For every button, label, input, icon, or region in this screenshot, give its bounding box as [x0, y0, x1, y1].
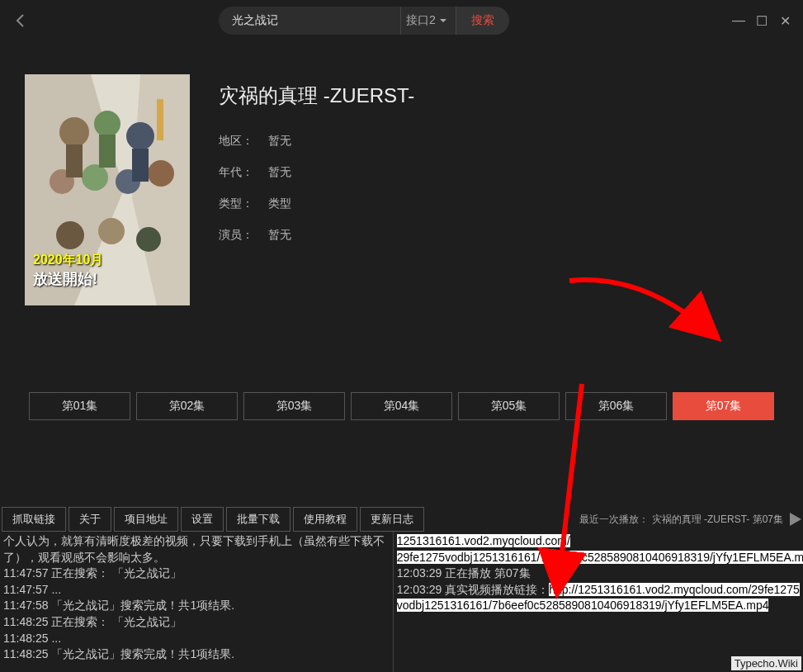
year-label: 年代： — [219, 165, 268, 180]
tab-buttons: 抓取链接关于项目地址设置批量下载使用教程更新日志 — [0, 507, 427, 532]
tab-button-6[interactable]: 更新日志 — [360, 507, 424, 532]
log-line: 个人认为，就算有清晰度极差的视频，只要下载到手机上（虽然有些下载不了），观看观感… — [3, 533, 390, 566]
log-line: 29fe1275vodbj1251316161/7b6eef0c52858908… — [397, 550, 800, 566]
search-input[interactable] — [219, 14, 400, 27]
episode-button-7[interactable]: 第07集 — [673, 392, 774, 420]
episode-button-2[interactable]: 第02集 — [136, 392, 238, 420]
log-line: 12:03:29 正在播放 第07集 — [397, 566, 800, 582]
poster-image: 2020年10月 放送開始! — [25, 74, 190, 305]
type-value: 类型 — [268, 196, 291, 211]
last-play-info: 最近一次播放： 灾祸的真理 -ZUERST- 第07集 — [579, 513, 783, 527]
close-button[interactable]: ✕ — [779, 15, 791, 26]
episode-button-1[interactable]: 第01集 — [29, 392, 130, 420]
tab-button-5[interactable]: 使用教程 — [293, 507, 357, 532]
tab-button-2[interactable]: 项目地址 — [114, 507, 178, 532]
watermark: Typecho.Wiki — [731, 656, 801, 670]
log-left-panel: 个人认为，就算有清晰度极差的视频，只要下载到手机上（虽然有些下载不了），观看观感… — [0, 532, 394, 672]
type-label: 类型： — [219, 196, 268, 211]
svg-point-7 — [148, 160, 174, 187]
log-line: 11:47:58 「光之战记」搜索完成！共1项结果. — [3, 598, 390, 614]
svg-point-9 — [98, 218, 125, 244]
episode-button-4[interactable]: 第04集 — [351, 392, 452, 420]
region-value: 暂无 — [268, 134, 291, 149]
poster-broadcast-text: 放送開始! — [33, 269, 103, 289]
year-value: 暂无 — [268, 165, 291, 180]
back-button[interactable] — [12, 12, 29, 29]
log-line: 11:48:25 「光之战记」搜索完成！共1项结果. — [3, 646, 390, 663]
episode-list: 第01集第02集第03集第04集第05集第06集第07集 — [25, 392, 778, 420]
region-label: 地区： — [219, 134, 268, 149]
log-line: 11:47:57 正在搜索： 「光之战记」 — [3, 566, 390, 582]
cast-label: 演员： — [219, 228, 268, 243]
svg-point-2 — [94, 111, 120, 137]
log-line: 11:48:25 正在搜索： 「光之战记」 — [3, 614, 390, 631]
tab-button-1[interactable]: 关于 — [68, 507, 111, 532]
log-line: 12:03:29 真实视频播放链接：http://1251316161.vod2… — [397, 582, 800, 614]
log-line: 11:47:57 ... — [3, 582, 390, 599]
title: 灾祸的真理 -ZUERST- — [219, 83, 414, 109]
svg-rect-11 — [66, 144, 83, 177]
maximize-button[interactable]: ☐ — [756, 15, 768, 26]
chevron-down-icon — [439, 17, 447, 25]
svg-point-3 — [126, 122, 154, 150]
tab-button-4[interactable]: 批量下载 — [226, 507, 290, 532]
tab-button-0[interactable]: 抓取链接 — [2, 507, 66, 532]
svg-rect-14 — [157, 99, 163, 140]
cast-value: 暂无 — [268, 228, 291, 243]
api-selector[interactable]: 接口2 — [400, 7, 456, 35]
tab-button-3[interactable]: 设置 — [181, 507, 224, 532]
log-line: 11:48:25 ... — [3, 631, 390, 647]
svg-point-5 — [82, 164, 108, 191]
svg-rect-13 — [132, 149, 149, 182]
svg-point-8 — [56, 221, 84, 249]
log-line: 1251316161.vod2.myqcloud.com/ — [397, 533, 800, 550]
episode-button-5[interactable]: 第05集 — [458, 392, 560, 420]
search-button[interactable]: 搜索 — [456, 7, 509, 35]
minimize-button[interactable]: — — [733, 15, 744, 26]
svg-point-1 — [59, 117, 89, 147]
episode-button-6[interactable]: 第06集 — [565, 392, 667, 420]
tab-bar: 抓取链接关于项目地址设置批量下载使用教程更新日志 最近一次播放： 灾祸的真理 -… — [0, 507, 803, 532]
svg-point-10 — [136, 227, 161, 252]
api-selector-label: 接口2 — [406, 13, 436, 28]
poster-date: 2020年10月 — [33, 252, 103, 269]
play-button[interactable] — [786, 511, 803, 528]
log-right-panel: 1251316161.vod2.myqcloud.com/29fe1275vod… — [394, 532, 803, 672]
svg-rect-12 — [99, 135, 116, 168]
episode-button-3[interactable]: 第03集 — [243, 392, 345, 420]
